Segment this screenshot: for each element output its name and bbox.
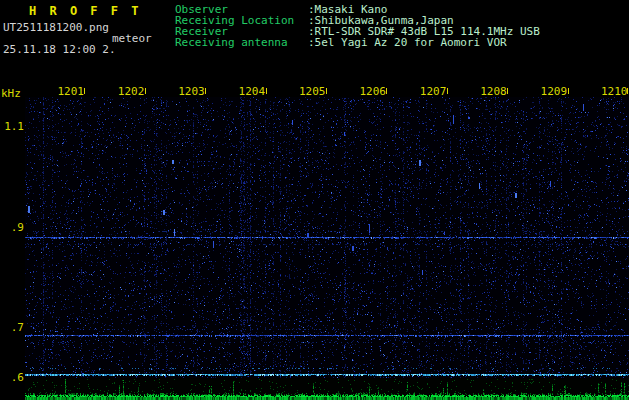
x-tick-mark [84,88,85,94]
x-tick-mark [145,88,146,94]
output-filename: UT2511181200.png [3,22,109,33]
hrofft-screen: H R O F F T UT2511181200.png meteor 25.1… [0,0,629,400]
y-tick-label: .6 [0,372,24,383]
x-tick-mark [266,88,267,94]
signal-level-strip [25,379,629,400]
info-value: :5el Yagi Az 20 for Aomori VOR [308,36,507,49]
x-tick-mark [447,88,448,94]
x-tick-mark [205,88,206,94]
info-label: Receiving antenna [175,37,308,48]
x-tick-label: 1206 [359,86,386,97]
x-tick-label: 1202 [118,86,145,97]
date-time: 25.11.18 12:00 2. [3,44,116,55]
app-logo: H R O F F T [29,6,141,17]
info-row: Receiving antenna:5el Yagi Az 20 for Aom… [175,37,540,48]
y-tick-label: .9 [0,222,24,233]
x-tick-mark [627,88,628,94]
x-tick-label: 1205 [299,86,326,97]
x-tick-label: 1204 [239,86,266,97]
x-tick-label: 1201 [57,86,84,97]
x-tick-label: 1209 [541,86,568,97]
y-tick-label: 1.1 [0,121,24,132]
x-tick-mark [568,88,569,94]
x-tick-label: 1210 [601,86,628,97]
y-tick-label: .7 [0,322,24,333]
y-axis-unit: kHz [1,88,21,99]
x-tick-label: 1208 [480,86,507,97]
x-tick-mark [326,88,327,94]
spectrogram [25,97,629,378]
x-tick-label: 1207 [420,86,447,97]
x-tick-mark [507,88,508,94]
station-info: Observer:Masaki Kano Receiving Location:… [175,4,540,48]
file-tag: meteor [112,33,152,44]
x-tick-label: 1203 [178,86,205,97]
x-tick-mark [386,88,387,94]
